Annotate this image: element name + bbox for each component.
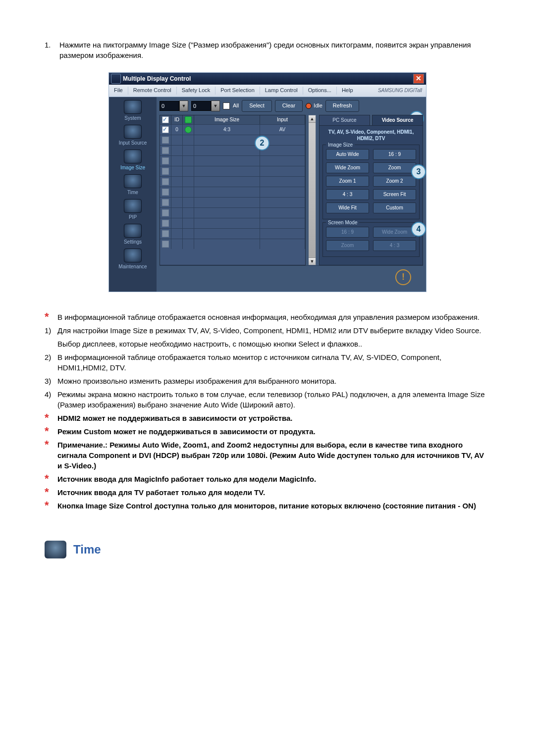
- th-input: Input: [260, 115, 305, 124]
- maintenance-icon: [124, 249, 142, 262]
- note-item: *Источник ввода для MagicInfo работает т…: [45, 474, 490, 484]
- main-panel: ▼ ▼ All Select Clear Idle Refresh 1 ID: [157, 97, 426, 292]
- dropdown-icon[interactable]: ▼: [179, 101, 188, 111]
- table-row[interactable]: 0 4:3 AV: [160, 124, 305, 135]
- side-system[interactable]: System: [109, 100, 157, 122]
- idle-indicator: Idle: [306, 102, 322, 109]
- inputsource-icon: [124, 125, 142, 139]
- row-id: 0: [171, 125, 183, 135]
- btn-sm-widezoom[interactable]: Wide Zoom: [373, 227, 416, 238]
- table-scrollbar[interactable]: ▲ ▼: [309, 115, 316, 265]
- note-item: 3)Можно произвольно изменить размеры изо…: [45, 376, 490, 386]
- note-item: 1)Для настройки Image Size в режимах TV,…: [45, 325, 490, 336]
- time-section-icon: [45, 541, 66, 558]
- settings-icon: [124, 224, 142, 238]
- tab-pc-source[interactable]: PC Source: [319, 115, 370, 125]
- video-source-panel: TV, AV, S-Video, Component, HDMI1, HDMI2…: [319, 125, 423, 265]
- note-item: 4)Режимы экрана можно настроить только в…: [45, 389, 490, 410]
- imagesize-group: Image Size Auto Wide16 : 9 Wide ZoomZoom…: [322, 145, 420, 219]
- notes-list: *В информационной таблице отображается о…: [45, 312, 490, 511]
- note-sub: Выбор дисплеев, которые необходимо настр…: [57, 339, 490, 349]
- note-item: 2)В информационной таблице отображается …: [45, 352, 490, 373]
- callout-3: 3: [411, 164, 426, 179]
- screenmode-legend: Screen Mode: [326, 219, 359, 226]
- callout-4: 4: [411, 222, 426, 237]
- th-status: [183, 115, 194, 124]
- btn-widezoom[interactable]: Wide Zoom: [326, 162, 369, 173]
- spinner-to-input[interactable]: [191, 101, 211, 111]
- source-tabs: PC Source Video Source: [319, 115, 423, 125]
- spinner-from-input[interactable]: [160, 101, 179, 111]
- panel-caption: TV, AV, S-Video, Component, HDMI1, HDMI2…: [322, 129, 420, 142]
- btn-autowide[interactable]: Auto Wide: [326, 149, 369, 160]
- btn-sm-zoom[interactable]: Zoom: [326, 240, 369, 251]
- side-inputsource[interactable]: Input Source: [109, 125, 157, 147]
- star-icon: *: [45, 440, 57, 450]
- brand-label: SAMSUNG DIGITall: [374, 87, 426, 94]
- intro-item: 1. Нажмите на пиктограмму Image Size ("Р…: [45, 40, 490, 60]
- btn-4-3[interactable]: 4 : 3: [326, 189, 369, 200]
- note-item: *Источник ввода для TV работает только д…: [45, 487, 490, 498]
- menu-port[interactable]: Port Selection: [215, 87, 260, 94]
- th-check[interactable]: [160, 115, 171, 124]
- table-header: ID Image Size Input: [160, 115, 305, 124]
- th-id: ID: [171, 115, 183, 124]
- star-icon: *: [45, 312, 57, 322]
- menu-file[interactable]: File: [109, 87, 128, 94]
- spinner-from[interactable]: ▼: [160, 101, 188, 111]
- spinner-to[interactable]: ▼: [191, 101, 220, 111]
- select-button[interactable]: Select: [242, 100, 272, 112]
- system-icon: [124, 100, 142, 114]
- screenmode-group: Screen Mode 16 : 9Wide Zoom Zoom4 : 3: [322, 222, 420, 257]
- side-pip[interactable]: PIP: [109, 199, 157, 221]
- close-icon[interactable]: ✕: [413, 74, 424, 84]
- star-icon: *: [45, 501, 57, 510]
- row-size: 4:3: [194, 125, 260, 135]
- clear-button[interactable]: Clear: [275, 100, 303, 112]
- intro-text: Нажмите на пиктограмму Image Size ("Разм…: [59, 40, 490, 60]
- side-imagesize[interactable]: Image Size: [109, 150, 157, 171]
- all-checkbox[interactable]: [223, 102, 230, 109]
- btn-custom[interactable]: Custom: [373, 202, 416, 213]
- btn-widefit[interactable]: Wide Fit: [326, 202, 369, 213]
- btn-sm-4-3[interactable]: 4 : 3: [373, 240, 416, 251]
- status-bar: !: [160, 265, 423, 289]
- note-item: *Примечание.: Режимы Auto Wide, Zoom1, a…: [45, 440, 490, 471]
- menu-lamp[interactable]: Lamp Control: [260, 87, 303, 94]
- scroll-up-icon[interactable]: ▲: [309, 115, 316, 123]
- menu-remote[interactable]: Remote Control: [128, 87, 177, 94]
- note-item: *В информационной таблице отображается о…: [45, 312, 490, 322]
- callout-2: 2: [255, 136, 269, 151]
- idle-dot-icon: [306, 103, 312, 109]
- star-icon: *: [45, 413, 57, 423]
- btn-zoom[interactable]: Zoom: [373, 162, 416, 173]
- window-title: Multiple Display Control: [123, 75, 191, 83]
- menu-safety[interactable]: Safety Lock: [177, 87, 215, 94]
- btn-zoom2[interactable]: Zoom 2: [373, 176, 416, 187]
- menu-options[interactable]: Options...: [303, 87, 337, 94]
- note-item: *Кнопка Image Size Control доступна толь…: [45, 501, 490, 511]
- section-heading: Time: [45, 541, 490, 558]
- btn-16-9[interactable]: 16 : 9: [373, 149, 416, 160]
- tab-video-source[interactable]: Video Source: [372, 115, 423, 125]
- menu-bar: File Remote Control Safety Lock Port Sel…: [109, 85, 426, 97]
- row-checkbox[interactable]: [162, 126, 169, 133]
- side-maintenance[interactable]: Maintenance: [109, 249, 157, 270]
- row-input: AV: [260, 125, 305, 135]
- dropdown-icon[interactable]: ▼: [211, 101, 220, 111]
- th-imagesize: Image Size: [194, 115, 260, 124]
- refresh-button[interactable]: Refresh: [325, 100, 360, 112]
- scroll-down-icon[interactable]: ▼: [309, 257, 316, 265]
- time-icon: [124, 174, 142, 188]
- menu-help[interactable]: Help: [337, 87, 358, 94]
- warning-icon: !: [395, 269, 411, 285]
- btn-screenfit[interactable]: Screen Fit: [373, 189, 416, 200]
- side-time[interactable]: Time: [109, 174, 157, 196]
- side-settings[interactable]: Settings: [109, 224, 157, 246]
- star-icon: *: [45, 474, 57, 484]
- btn-zoom1[interactable]: Zoom 1: [326, 176, 369, 187]
- imagesize-legend: Image Size: [326, 142, 355, 149]
- note-item: *Режим Custom может не поддерживаться в …: [45, 426, 490, 437]
- btn-sm-16-9[interactable]: 16 : 9: [326, 227, 369, 238]
- status-dot-icon: [185, 126, 192, 133]
